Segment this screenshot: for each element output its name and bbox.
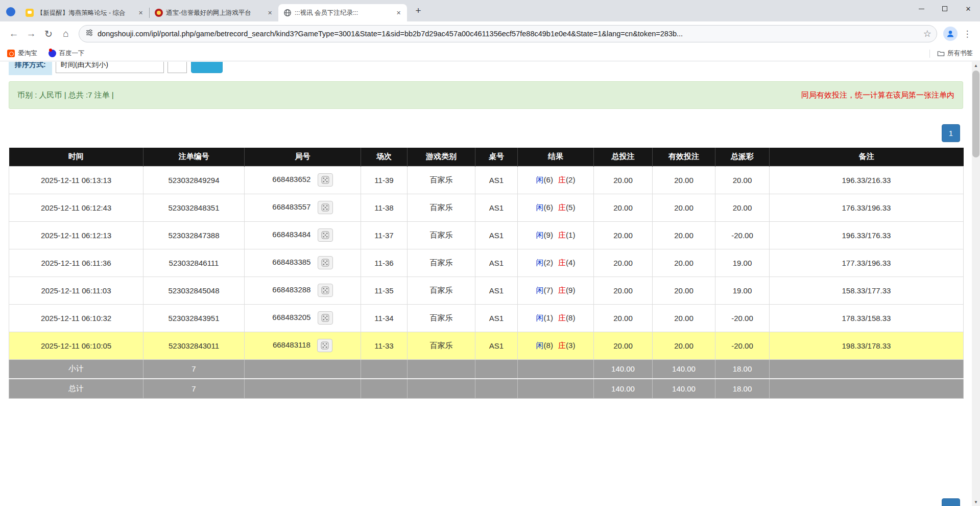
cell-time: 2025-12-11 06:11:36 [9, 249, 144, 277]
scrollbar-thumb[interactable] [972, 71, 979, 157]
cell-game-type: 百家乐 [408, 332, 475, 359]
total-payout: 18.00 [715, 379, 770, 398]
taobao-icon [7, 50, 15, 57]
cell-table-no: AS1 [475, 194, 518, 221]
bookmark-taobao[interactable]: 爱淘宝 [7, 49, 37, 58]
round-no-text: 668483652 [272, 175, 310, 183]
cell-total-bet[interactable]: 20.00 [594, 277, 653, 304]
cell-table-no: AS1 [475, 221, 518, 249]
cell-session: 11-39 [361, 166, 408, 194]
profile-avatar[interactable] [943, 27, 958, 41]
cell-total-bet[interactable]: 20.00 [594, 166, 653, 194]
url-text: dongshouji.com/ipl/portal.php/game/betre… [98, 30, 919, 38]
all-bookmarks[interactable]: 所有书签 [929, 49, 973, 58]
table-header-row: 时间 注单编号 局号 场次 游戏类别 桌号 结果 总投注 有效投注 总派彩 备注 [9, 148, 964, 166]
replay-dice-button[interactable] [318, 284, 333, 297]
cell-total-bet[interactable]: 20.00 [594, 249, 653, 277]
replay-dice-button[interactable] [318, 173, 333, 187]
cell-game-type: 百家乐 [408, 166, 475, 194]
round-no-text: 668483484 [272, 230, 310, 239]
scroll-up-icon[interactable]: ▲ [972, 62, 980, 70]
result-player: 闲 [536, 203, 544, 212]
cell-total-bet[interactable]: 20.00 [594, 221, 653, 249]
search-button[interactable] [191, 62, 223, 73]
cell-note: 198.33/178.33 [770, 332, 964, 359]
home-button[interactable]: ⌂ [57, 25, 75, 42]
tab-close-icon[interactable]: ✕ [136, 9, 145, 17]
cell-result: 闲(6) 庄(5) [518, 194, 594, 221]
forward-button[interactable]: → [22, 25, 40, 42]
cell-bet-no: 523032845048 [144, 277, 245, 304]
cell-result: 闲(9) 庄(1) [518, 221, 594, 249]
cell-valid-bet: 20.00 [653, 277, 715, 304]
cell-payout: -20.00 [715, 332, 770, 359]
header-bet-no: 注单编号 [144, 148, 245, 166]
cell-total-bet[interactable]: 20.00 [594, 332, 653, 359]
tab-forum[interactable]: 【新提醒】海燕策略论坛 - 综合 ✕ [20, 4, 149, 21]
header-note: 备注 [770, 148, 964, 166]
back-button[interactable]: ← [5, 25, 22, 42]
sort-select-value: 时间(由大到小) [61, 62, 108, 70]
close-button[interactable]: ✕ [957, 0, 980, 17]
subtotal-label: 小计 [9, 359, 144, 379]
cell-round-no: 668483288 [245, 277, 361, 304]
summary-notice: 同局有效投注，统一计算在该局第一张注单内 [801, 90, 954, 100]
filter-mini-input[interactable] [168, 62, 187, 73]
cell-time: 2025-12-11 06:10:05 [9, 332, 144, 359]
result-banker: 庄 [558, 175, 566, 184]
bookmark-star-icon[interactable]: ☆ [923, 28, 931, 39]
tab-bet-records-active[interactable]: :::视讯 会员下注纪录::: ✕ [278, 4, 407, 21]
replay-dice-button[interactable] [317, 339, 332, 352]
dice-icon [321, 203, 329, 212]
table-row: 2025-12-11 06:13:13 523032849294 6684836… [9, 166, 964, 194]
replay-dice-button[interactable] [318, 201, 333, 214]
cell-bet-no: 523032843011 [144, 332, 245, 359]
browser-menu-button[interactable]: ⋮ [960, 29, 975, 39]
vertical-scrollbar[interactable]: ▲ ▼ [972, 62, 980, 506]
cell-note: 196.33/216.33 [770, 166, 964, 194]
new-tab-button[interactable]: + [411, 4, 425, 18]
replay-dice-button[interactable] [318, 256, 333, 269]
page-1-button-bottom[interactable] [942, 498, 960, 506]
cell-table-no: AS1 [475, 249, 518, 277]
replay-dice-button[interactable] [318, 228, 333, 242]
cell-round-no: 668483652 [245, 166, 361, 194]
cell-time: 2025-12-11 06:12:43 [9, 194, 144, 221]
tab-tongbao[interactable]: 通宝-信誉最好的网上游戏平台 ✕ [150, 4, 278, 21]
cell-note: 178.33/158.33 [770, 304, 964, 332]
header-session: 场次 [361, 148, 408, 166]
result-banker-num: (1) [566, 231, 575, 239]
reload-button[interactable]: ↻ [40, 25, 57, 42]
subtotal-count: 7 [144, 359, 245, 379]
cell-result: 闲(8) 庄(3) [518, 332, 594, 359]
header-round-no: 局号 [245, 148, 361, 166]
bookmark-label: 百度一下 [59, 49, 85, 58]
result-player: 闲 [536, 231, 544, 239]
address-bar[interactable]: dongshouji.com/ipl/portal.php/game/betre… [79, 25, 937, 42]
result-player-num: (6) [544, 175, 553, 184]
cell-bet-no: 523032846111 [144, 249, 245, 277]
cell-payout: 19.00 [715, 277, 770, 304]
cell-table-no: AS1 [475, 332, 518, 359]
scroll-down-icon[interactable]: ▼ [972, 498, 980, 506]
maximize-button[interactable] [933, 0, 957, 17]
bookmark-baidu[interactable]: 百度一下 [49, 49, 85, 58]
sort-label: 排序方式: [9, 62, 52, 75]
table-row: 2025-12-11 06:10:05 523032843011 6684831… [9, 332, 964, 359]
total-valid-bet: 140.00 [653, 379, 715, 398]
tab-title: 【新提醒】海燕策略论坛 - 综合 [37, 9, 133, 17]
minimize-button[interactable] [910, 0, 933, 17]
folder-icon [937, 50, 945, 57]
sort-select[interactable]: 时间(由大到小) [56, 62, 164, 73]
cell-total-bet[interactable]: 20.00 [594, 194, 653, 221]
cell-result: 闲(7) 庄(9) [518, 277, 594, 304]
tab-close-icon[interactable]: ✕ [394, 9, 403, 17]
cell-valid-bet: 20.00 [653, 249, 715, 277]
cell-note: 158.33/177.33 [770, 277, 964, 304]
cell-total-bet[interactable]: 20.00 [594, 304, 653, 332]
site-settings-icon[interactable] [85, 29, 93, 39]
tab-close-icon[interactable]: ✕ [266, 9, 274, 17]
page-1-button[interactable]: 1 [942, 124, 960, 142]
cell-table-no: AS1 [475, 277, 518, 304]
replay-dice-button[interactable] [318, 311, 333, 325]
